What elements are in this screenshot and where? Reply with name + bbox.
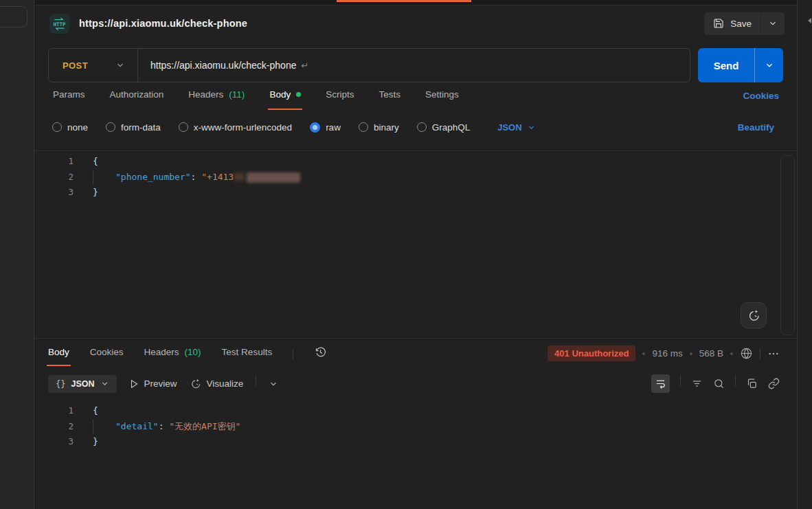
code-line: 3 } [34,434,797,450]
request-tabs: Params Authorization Headers(11) Body Sc… [34,82,797,112]
send-button[interactable]: Send [698,48,754,82]
url-input[interactable]: https://api.xiaomu.uk/check-phone [150,60,296,71]
response-time[interactable]: 916 ms [652,348,682,359]
collapse-panel-icon[interactable] [806,15,812,27]
response-tabs: Body Cookies Headers(10) Test Results 40… [34,339,797,369]
response-body-editor[interactable]: 1 { 2 "detail": "无效的API密钥" 3 } [34,398,797,450]
response-size[interactable]: 568 B [699,348,723,359]
url-input-box: POST https://api.xiaomu.uk/check-phone ↵ [48,48,690,82]
code-key: "phone_number" [115,172,191,182]
radio-graphql[interactable]: GraphQL [417,122,471,133]
more-options-icon[interactable] [767,348,780,360]
network-globe-icon[interactable] [740,347,753,360]
response-tab-body[interactable]: Body [48,347,69,366]
response-action-icons [651,374,780,393]
response-tab-test-results[interactable]: Test Results [222,347,273,366]
save-split-button: Save [704,12,785,35]
preview-label: Preview [144,378,177,389]
sparkle-orb-icon [190,378,201,389]
word-wrap-icon[interactable] [651,374,670,393]
response-toolbar: {} JSON Preview [34,369,797,398]
radio-icon [359,122,368,132]
request-body-editor[interactable]: 1 { 2 "phone_number": "+141355 3 } [34,150,797,338]
search-icon[interactable] [713,378,725,389]
request-panel: HTTP https://api.xiaomu.uk/check-phone [34,0,797,509]
editor-scrollbar[interactable] [780,155,795,335]
language-selector[interactable]: JSON [497,122,535,133]
save-options-button[interactable] [760,12,785,35]
tab-body[interactable]: Body [269,89,301,110]
response-tab-test-results-label: Test Results [222,347,273,357]
response-tab-cookies[interactable]: Cookies [90,347,124,366]
svg-text:HTTP: HTTP [54,21,66,27]
tab-headers[interactable]: Headers(11) [188,89,245,110]
save-button-label: Save [730,19,752,29]
method-divider [137,49,138,82]
method-selector[interactable]: POST [63,60,88,71]
radio-raw[interactable]: raw [310,122,341,133]
visualize-button[interactable]: Visualize [190,378,244,389]
tab-headers-label: Headers [188,89,223,100]
status-badge[interactable]: 401 Unauthorized [548,346,635,361]
radio-icon [179,122,188,132]
filter-icon[interactable] [691,378,703,389]
tab-params[interactable]: Params [53,89,85,110]
postbot-button[interactable] [741,302,767,328]
code-line: 1 { [34,403,797,419]
code-colon: : [191,172,202,182]
braces-icon: {} [56,379,65,389]
radio-x-www-form-urlencoded[interactable]: x-www-form-urlencoded [179,122,292,133]
link-icon[interactable] [768,378,780,389]
separator [760,348,760,359]
response-meta: 401 Unauthorized 916 ms 568 B [548,346,780,361]
dot-separator-icon [642,352,645,355]
code-brace: } [93,436,98,446]
chevron-down-icon [527,123,536,132]
code-key: "detail" [115,421,159,431]
code-brace: { [93,405,98,416]
radio-icon [52,122,62,132]
tab-authorization-label: Authorization [110,89,164,100]
code-line: 2 "phone_number": "+141355 [34,170,797,185]
radio-form-data[interactable]: form-data [106,122,161,133]
response-tab-cookies-label: Cookies [90,347,124,357]
response-panel: Body Cookies Headers(10) Test Results 40… [34,338,797,450]
tab-tests[interactable]: Tests [379,89,401,110]
tab-settings[interactable]: Settings [425,89,459,110]
tab-scripts[interactable]: Scripts [326,89,354,110]
modified-dot-icon [296,92,301,97]
chevron-down-icon[interactable] [269,379,278,389]
radio-binary[interactable]: binary [359,122,399,133]
code-line: 2 "detail": "无效的API密钥" [34,419,797,435]
radio-graphql-label: GraphQL [432,122,471,133]
cookies-link[interactable]: Cookies [743,91,779,101]
code-brace: } [93,187,98,197]
redacted-digits: 55 [234,172,245,182]
tab-authorization[interactable]: Authorization [110,89,164,110]
tab-scripts-label: Scripts [326,89,354,100]
method-chevron-icon[interactable] [115,60,125,70]
preview-button[interactable]: Preview [129,378,177,389]
send-options-button[interactable] [754,48,783,82]
response-tab-headers-label: Headers [144,347,179,357]
response-tab-headers[interactable]: Headers(10) [144,347,201,366]
headers-count-badge: (11) [229,89,245,100]
response-format-selector[interactable]: {} JSON [48,375,117,393]
save-button[interactable]: Save [704,12,760,35]
save-icon [713,18,724,29]
radio-none[interactable]: none [52,122,88,133]
radio-icon [106,122,115,132]
code-colon: : [159,421,170,431]
url-row: POST https://api.xiaomu.uk/check-phone ↵… [48,48,783,82]
send-split-button: Send [698,48,783,82]
active-tab-indicator [337,0,471,2]
line-number: 2 [34,419,74,435]
code-string: "无效的API密钥" [169,421,240,431]
redaction-blur [247,172,300,183]
copy-icon[interactable] [746,378,758,389]
beautify-link[interactable]: Beautify [738,122,774,133]
response-history-icon[interactable] [314,346,327,361]
radio-icon [417,122,427,132]
visualize-label: Visualize [207,378,244,389]
radio-urlencoded-label: x-www-form-urlencoded [194,122,292,133]
